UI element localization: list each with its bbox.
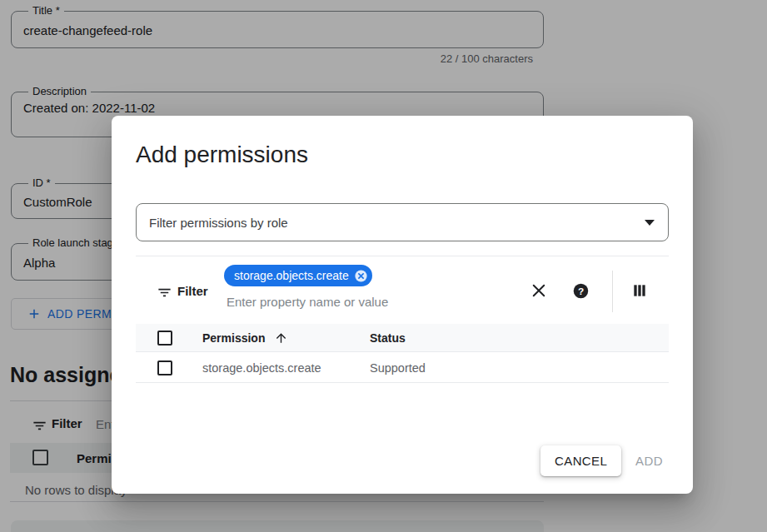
row-status-cell: Supported [370, 361, 426, 375]
row-permission-cell: storage.objects.create [202, 361, 321, 375]
column-display-button[interactable] [630, 281, 650, 301]
filter-help-button[interactable]: ? [570, 281, 590, 301]
permission-column-header[interactable]: Permission [202, 331, 265, 345]
toolbar-divider [612, 271, 613, 312]
table-row[interactable]: storage.objects.create Supported [136, 353, 669, 383]
dialog-title: Add permissions [136, 142, 308, 168]
filter-chip-label: storage.objects.create [234, 269, 349, 282]
dialog-filter-label[interactable]: Filter [177, 284, 208, 298]
clear-filters-icon [530, 282, 547, 299]
role-dropdown-placeholder: Filter permissions by role [149, 216, 288, 230]
filter-permissions-by-role-dropdown[interactable]: Filter permissions by role [136, 203, 669, 241]
permissions-table-header: Permission Status [136, 324, 669, 352]
select-all-checkbox[interactable] [157, 331, 172, 346]
add-permissions-dialog: Add permissions Filter permissions by ro… [112, 116, 693, 494]
sort-ascending-icon[interactable] [274, 331, 288, 345]
chip-remove-icon[interactable] [354, 269, 368, 283]
filter-chip[interactable]: storage.objects.create [224, 265, 372, 286]
filter-icon [157, 285, 172, 301]
divider [136, 256, 669, 256]
add-button[interactable]: ADD [635, 445, 663, 476]
row-checkbox[interactable] [157, 360, 172, 375]
status-column-header[interactable]: Status [370, 331, 406, 345]
cancel-button[interactable]: CANCEL [540, 445, 621, 476]
column-display-icon [631, 282, 648, 299]
svg-text:?: ? [577, 285, 583, 296]
dialog-filter-input[interactable] [227, 292, 485, 311]
dropdown-caret-icon [645, 220, 655, 226]
clear-filters-button[interactable] [529, 281, 549, 301]
help-icon: ? [572, 282, 590, 300]
